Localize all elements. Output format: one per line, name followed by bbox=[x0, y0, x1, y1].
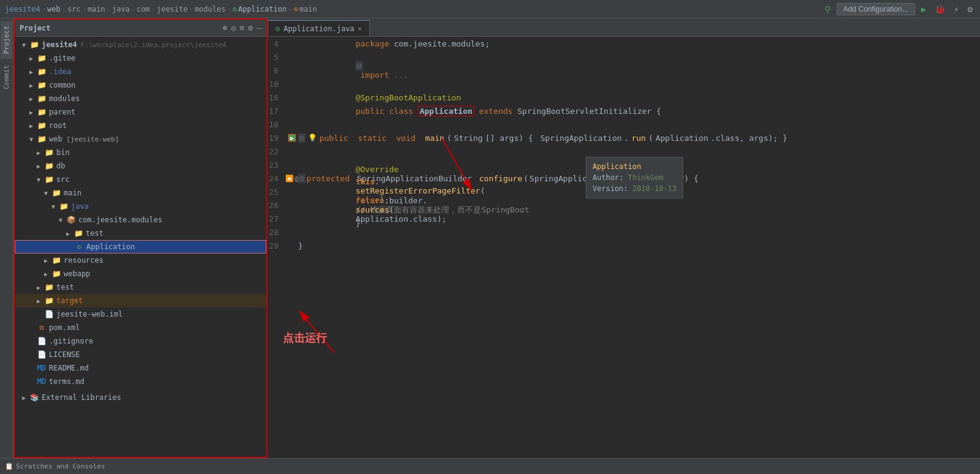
tab-close-icon[interactable]: ✕ bbox=[358, 25, 362, 32]
tree-item-target[interactable]: ▶ 📁 target bbox=[15, 294, 266, 307]
code-area[interactable]: Application Author: ThinkGem Version: 20… bbox=[267, 37, 980, 458]
tree-item-db[interactable]: ▶ 📁 db bbox=[15, 159, 266, 173]
code-line-28: 28 bbox=[267, 225, 787, 239]
tree-item-license[interactable]: ▶ 📄 LICENSE bbox=[15, 348, 266, 361]
tree-item-webapp[interactable]: ▶ 📁 webapp bbox=[15, 267, 266, 280]
application-java-tab[interactable]: ⚙ Application.java ✕ bbox=[267, 20, 370, 36]
tree-item-pom[interactable]: ▶ m pom.xml bbox=[15, 321, 266, 334]
tree-item-terms[interactable]: ▶ MD terms.md bbox=[15, 375, 266, 388]
project-title: Project bbox=[20, 24, 51, 32]
breadcrumb-jeesite4[interactable]: jeesite4 bbox=[5, 5, 40, 13]
scratches-and-consoles[interactable]: 📋 Scratches and Consoles bbox=[5, 462, 105, 470]
add-icon[interactable]: ⊕ bbox=[223, 23, 228, 32]
side-tab-project[interactable]: Project bbox=[1, 21, 12, 59]
tree-item-root[interactable]: ▶ 📁 root bbox=[15, 119, 266, 132]
tree-item-test2[interactable]: ▶ 📁 test bbox=[15, 280, 266, 294]
coverage-icon[interactable]: ⚡ bbox=[951, 3, 961, 15]
breadcrumb-modules[interactable]: modules bbox=[195, 5, 226, 13]
run-button-gutter[interactable]: ▶ bbox=[288, 134, 296, 142]
tree-item-bin[interactable]: ▶ 📁 bin bbox=[15, 146, 266, 159]
code-line-18: 18 bbox=[267, 118, 787, 131]
breadcrumb-com[interactable]: com bbox=[137, 5, 150, 13]
tree-item-src[interactable]: ▼ 📁 src bbox=[15, 173, 266, 186]
breadcrumb-java[interactable]: java bbox=[112, 5, 130, 13]
run-icon[interactable]: ▶ bbox=[919, 3, 929, 15]
editor-tabs: ⚙ Application.java ✕ bbox=[267, 18, 980, 37]
gear-icon[interactable]: ⚙ bbox=[248, 23, 253, 32]
tree-item-resources[interactable]: ▶ 📁 resources bbox=[15, 254, 266, 267]
main-area: Project Commit Project ⊕ ◎ ≡ ⚙ — ▼ 📁 jee… bbox=[0, 18, 980, 458]
tree-item-iml[interactable]: ▶ 📄 jeesite-web.iml bbox=[15, 307, 266, 321]
collapse-icon[interactable]: ≡ bbox=[240, 23, 245, 32]
debug-icon[interactable]: 🐞 bbox=[932, 3, 948, 15]
toolbar-right: ⚲ Add Configuration... ▶ 🐞 ⚡ ⚙ bbox=[822, 3, 975, 15]
side-tabs: Project Commit bbox=[0, 18, 13, 458]
tree-item-gitee[interactable]: ▶ 📁 .gitee bbox=[15, 51, 266, 65]
editor-area: ⚙ Application.java ✕ Application Author:… bbox=[267, 18, 980, 458]
locate-icon[interactable]: ◎ bbox=[231, 23, 236, 32]
side-tab-commit[interactable]: Commit bbox=[1, 60, 12, 94]
tree-item-modules[interactable]: ▶ 📁 modules bbox=[15, 92, 266, 105]
code-line-17: 17 public class Application extends Spri… bbox=[267, 104, 787, 118]
tree-item-parent[interactable]: ▶ 📁 parent bbox=[15, 105, 266, 119]
top-bar: jeesite4 › web › src › main › java › com… bbox=[0, 0, 980, 18]
tree-item-gitignore[interactable]: ▶ 📄 .gitignore bbox=[15, 334, 266, 348]
tree-item-main[interactable]: ▼ 📁 main bbox=[15, 186, 266, 200]
code-line-29: 29 } bbox=[267, 239, 787, 252]
project-tree: ▼ 📁 jeesite4 F:\workplace\2.idea.project… bbox=[15, 37, 266, 457]
tree-item-jeesite4[interactable]: ▼ 📁 jeesite4 F:\workplace\2.idea.project… bbox=[15, 38, 266, 51]
code-lines: 4 package com.jeesite.modules; 5 6 bbox=[267, 37, 787, 458]
tree-item-application[interactable]: ▶ ⚙ Application bbox=[15, 240, 266, 254]
tree-item-common[interactable]: ▶ 📁 common bbox=[15, 78, 266, 92]
breadcrumb-jeesite[interactable]: jeesite bbox=[157, 5, 188, 13]
tree-item-external-libraries[interactable]: ▶ 📚 External Libraries bbox=[15, 391, 266, 404]
scratches-icon: 📋 bbox=[5, 462, 13, 470]
search-icon[interactable]: ⚲ bbox=[822, 3, 833, 15]
breadcrumb-main[interactable]: main bbox=[88, 5, 105, 13]
settings-icon[interactable]: ⚙ bbox=[965, 3, 975, 15]
code-line-19: 19 ▶ ⊟ 💡 public static void main( String… bbox=[267, 131, 787, 145]
bottom-bar: 📋 Scratches and Consoles bbox=[0, 458, 980, 474]
breadcrumb-application[interactable]: Application bbox=[238, 5, 286, 13]
project-panel: Project ⊕ ◎ ≡ ⚙ — ▼ 📁 jeesite4 F:\workpl… bbox=[13, 18, 267, 458]
breadcrumb: jeesite4 › web › src › main › java › com… bbox=[5, 5, 317, 13]
project-header-icons: ⊕ ◎ ≡ ⚙ — bbox=[223, 23, 261, 32]
tree-item-web[interactable]: ▼ 📁 web [jeesite-web] bbox=[15, 132, 266, 146]
tree-item-readme[interactable]: ▶ MD README.md bbox=[15, 361, 266, 375]
breadcrumb-web[interactable]: web bbox=[47, 5, 61, 13]
tree-item-idea[interactable]: ▶ 📁 .idea bbox=[15, 65, 266, 78]
add-configuration-button[interactable]: Add Configuration... bbox=[837, 3, 915, 15]
code-line-6: 6 ⊟ import ... bbox=[267, 64, 787, 77]
code-line-4: 4 package com.jeesite.modules; bbox=[267, 37, 787, 50]
project-header: Project ⊕ ◎ ≡ ⚙ — bbox=[15, 20, 266, 37]
code-line-27: 27 } bbox=[267, 212, 787, 225]
tree-item-test[interactable]: ▶ 📁 test bbox=[15, 227, 266, 240]
breadcrumb-src[interactable]: src bbox=[67, 5, 81, 13]
hide-icon[interactable]: — bbox=[256, 23, 261, 32]
tree-item-java[interactable]: ▼ 📁 java bbox=[15, 200, 266, 213]
tree-item-package[interactable]: ▼ 📦 com.jeesite.modules bbox=[15, 213, 266, 227]
breadcrumb-main-method[interactable]: main bbox=[299, 5, 317, 13]
